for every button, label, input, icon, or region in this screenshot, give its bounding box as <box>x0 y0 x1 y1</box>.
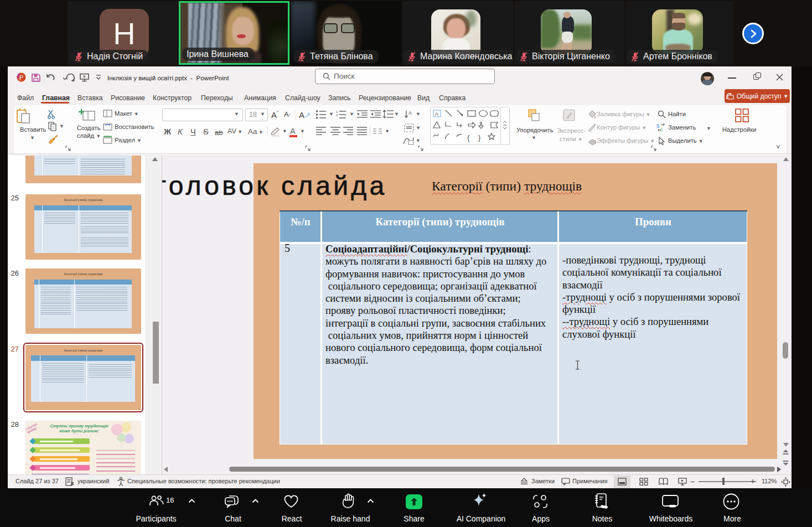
svg-text:б: б <box>656 123 659 129</box>
svg-text:}: } <box>478 133 481 142</box>
svg-text:A: A <box>435 111 438 117</box>
svg-text:с: с <box>660 127 663 132</box>
svg-text:2: 2 <box>336 113 338 117</box>
svg-text:А: А <box>408 110 412 116</box>
svg-text:{: { <box>467 133 470 142</box>
svg-text:P: P <box>19 74 23 81</box>
